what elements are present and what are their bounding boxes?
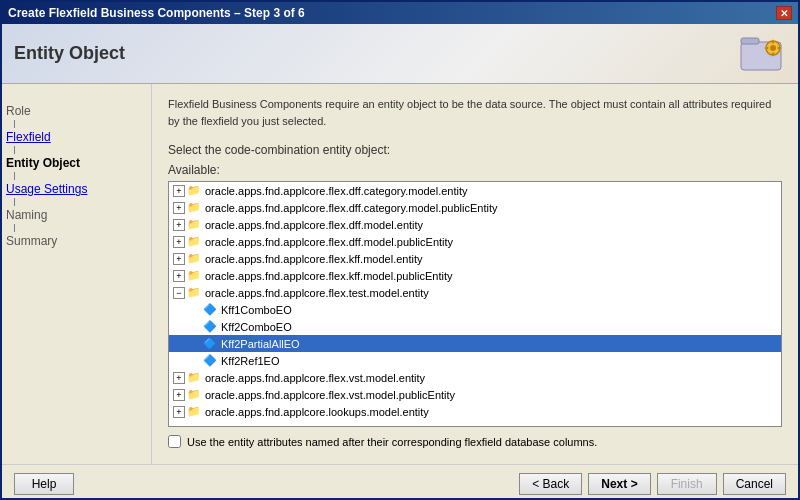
available-label: Available: — [168, 163, 782, 177]
wizard-icon — [739, 32, 783, 76]
expand-btn[interactable]: + — [173, 236, 185, 248]
content-area: Role Flexfield Entity Object — [2, 84, 798, 464]
nav-step-usage[interactable]: Usage Settings — [2, 180, 151, 198]
expand-btn[interactable]: + — [173, 406, 185, 418]
checkbox-label: Use the entity attributes named after th… — [187, 436, 597, 448]
tree-item[interactable]: 🔷Kff2PartialAllEO — [169, 335, 781, 352]
tree-item-label: Kff2PartialAllEO — [221, 338, 300, 350]
svg-rect-1 — [741, 38, 759, 44]
tree-item-label: Kff2ComboEO — [221, 321, 292, 333]
checkbox-row: Use the entity attributes named after th… — [168, 427, 782, 452]
module-icon: 🔷 — [203, 337, 217, 350]
folder-icon: 📁 — [187, 218, 201, 231]
tree-item[interactable]: +📁oracle.apps.fnd.applcore.flex.vst.mode… — [169, 386, 781, 403]
page-title: Entity Object — [14, 43, 736, 64]
module-icon: 🔷 — [203, 320, 217, 333]
right-panel: Flexfield Business Components require an… — [152, 84, 798, 464]
expand-btn[interactable]: − — [173, 287, 185, 299]
nav-step-flexfield[interactable]: Flexfield — [2, 128, 151, 146]
expand-btn[interactable]: + — [173, 270, 185, 282]
nav-step-summary: Summary — [2, 232, 151, 250]
select-label: Select the code-combination entity objec… — [168, 143, 782, 157]
footer: Help < Back Next > Finish Cancel — [2, 464, 798, 500]
nav-label-summary: Summary — [6, 234, 57, 248]
tree-item[interactable]: +📁oracle.apps.fnd.applcore.flex.kff.mode… — [169, 250, 781, 267]
folder-icon: 📁 — [187, 286, 201, 299]
expand-btn[interactable]: + — [173, 185, 185, 197]
nav-label-role: Role — [6, 104, 31, 118]
main-container: Entity Object Role — [2, 24, 798, 500]
folder-icon: 📁 — [187, 201, 201, 214]
nav-label-entity: Entity Object — [6, 156, 80, 170]
close-button[interactable]: ✕ — [776, 6, 792, 20]
tree-item[interactable]: +📁oracle.apps.fnd.applcore.flex.kff.mode… — [169, 267, 781, 284]
tree-item[interactable]: +📁oracle.apps.fnd.applcore.flex.dff.mode… — [169, 216, 781, 233]
nav-connector-3 — [14, 172, 15, 180]
tree-item[interactable]: 🔷Kff2ComboEO — [169, 318, 781, 335]
nav-label-usage[interactable]: Usage Settings — [6, 182, 87, 196]
nav-step-entity: Entity Object — [2, 154, 151, 172]
tree-item[interactable]: 🔷Kff1ComboEO — [169, 301, 781, 318]
expand-btn[interactable]: + — [173, 389, 185, 401]
tree-item[interactable]: +📁oracle.apps.fnd.applcore.flex.dff.mode… — [169, 233, 781, 250]
svg-point-3 — [770, 45, 776, 51]
tree-item-label: oracle.apps.fnd.applcore.lookups.model.e… — [205, 406, 429, 418]
tree-item[interactable]: +📁oracle.apps.fnd.applcore.flex.vst.mode… — [169, 369, 781, 386]
tree-item-label: Kff2Ref1EO — [221, 355, 280, 367]
help-button[interactable]: Help — [14, 473, 74, 495]
folder-icon: 📁 — [187, 371, 201, 384]
expand-btn[interactable]: + — [173, 372, 185, 384]
nav-connector-4 — [14, 198, 15, 206]
tree-item[interactable]: +📁oracle.apps.fnd.applcore.flex.dff.cate… — [169, 199, 781, 216]
expand-btn[interactable]: + — [173, 253, 185, 265]
tree-item[interactable]: +📁oracle.apps.fnd.applcore.flex.dff.cate… — [169, 182, 781, 199]
folder-icon: 📁 — [187, 269, 201, 282]
header: Entity Object — [2, 24, 798, 84]
description-text: Flexfield Business Components require an… — [168, 96, 782, 129]
expand-btn[interactable]: + — [173, 219, 185, 231]
header-icon — [736, 32, 786, 76]
tree-item-label: oracle.apps.fnd.applcore.flex.vst.model.… — [205, 372, 425, 384]
entity-tree[interactable]: +📁oracle.apps.fnd.applcore.flex.dff.cate… — [168, 181, 782, 427]
module-icon: 🔷 — [203, 354, 217, 367]
footer-buttons: < Back Next > Finish Cancel — [519, 473, 786, 495]
tree-item-label: oracle.apps.fnd.applcore.flex.kff.model.… — [205, 253, 422, 265]
folder-icon: 📁 — [187, 235, 201, 248]
wizard-nav: Role Flexfield Entity Object — [2, 84, 152, 464]
nav-connector-1 — [14, 120, 15, 128]
tree-item[interactable]: +📁oracle.apps.fnd.applcore.lookups.model… — [169, 403, 781, 420]
finish-button[interactable]: Finish — [657, 473, 717, 495]
titlebar: Create Flexfield Business Components – S… — [2, 2, 798, 24]
tree-item-label: oracle.apps.fnd.applcore.flex.kff.model.… — [205, 270, 452, 282]
tree-item-label: Kff1ComboEO — [221, 304, 292, 316]
titlebar-title: Create Flexfield Business Components – S… — [8, 6, 305, 20]
folder-icon: 📁 — [187, 184, 201, 197]
nav-steps: Role Flexfield Entity Object — [2, 94, 151, 250]
tree-item-label: oracle.apps.fnd.applcore.flex.dff.model.… — [205, 219, 423, 231]
tree-item-label: oracle.apps.fnd.applcore.flex.dff.model.… — [205, 236, 453, 248]
next-button[interactable]: Next > — [588, 473, 650, 495]
cancel-button[interactable]: Cancel — [723, 473, 786, 495]
folder-icon: 📁 — [187, 388, 201, 401]
nav-step-role: Role — [2, 102, 151, 120]
tree-item-label: oracle.apps.fnd.applcore.flex.test.model… — [205, 287, 429, 299]
expand-btn[interactable]: + — [173, 202, 185, 214]
tree-item-label: oracle.apps.fnd.applcore.flex.dff.catego… — [205, 185, 468, 197]
tree-item[interactable]: 🔷Kff2Ref1EO — [169, 352, 781, 369]
module-icon: 🔷 — [203, 303, 217, 316]
nav-label-flexfield[interactable]: Flexfield — [6, 130, 51, 144]
back-button[interactable]: < Back — [519, 473, 582, 495]
tree-item-label: oracle.apps.fnd.applcore.flex.vst.model.… — [205, 389, 455, 401]
folder-icon: 📁 — [187, 405, 201, 418]
nav-connector-5 — [14, 224, 15, 232]
nav-connector-2 — [14, 146, 15, 154]
tree-item-label: oracle.apps.fnd.applcore.flex.dff.catego… — [205, 202, 497, 214]
tree-item[interactable]: −📁oracle.apps.fnd.applcore.flex.test.mod… — [169, 284, 781, 301]
nav-label-naming: Naming — [6, 208, 47, 222]
attribute-checkbox[interactable] — [168, 435, 181, 448]
folder-icon: 📁 — [187, 252, 201, 265]
nav-step-naming: Naming — [2, 206, 151, 224]
